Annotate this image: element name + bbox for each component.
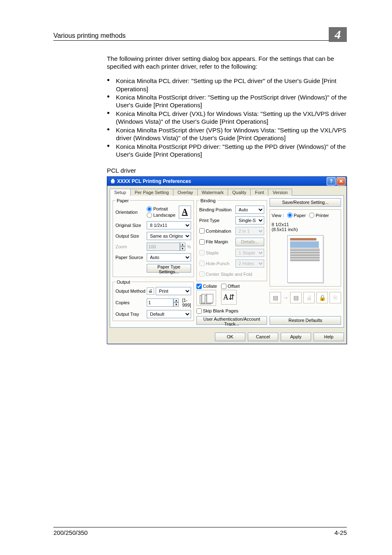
center-staple-label: Center Staple and Fold: [206, 272, 252, 277]
spinner-up-icon[interactable]: ▲: [173, 298, 179, 303]
dialog-button-row: OK Cancel Apply Help: [107, 330, 346, 344]
paper-preview: [272, 234, 339, 284]
bullet-item: Konica Minolta PostScript driver: "Setti…: [107, 93, 347, 109]
file-margin-label: File Margin: [206, 239, 228, 244]
hole-punch-checkbox: Hole-Punch: [199, 261, 235, 266]
restore-defaults-button[interactable]: Restore Defaults: [270, 316, 341, 325]
paper-group: Paper Orientation Portrait Landscape A: [113, 198, 194, 277]
view-panel: View : Paper Printer 8 1/2x11 (8.5x11 in…: [270, 209, 341, 287]
dialog-titlebar: XXXX PCL Printing Preferences ? ✕: [107, 177, 346, 186]
view-size-line1: 8 1/2x11: [272, 222, 339, 227]
staple-checkbox: Staple: [199, 250, 235, 255]
save-restore-setting-button[interactable]: Save/Restore Setting...: [270, 198, 341, 207]
combination-checkbox[interactable]: Combination: [199, 228, 235, 234]
staple-select: 1 Staple: [235, 249, 264, 257]
output-tray-select[interactable]: Default: [147, 310, 191, 318]
combination-select: 2 in 1: [235, 227, 264, 235]
tab-panel-setup: Paper Orientation Portrait Landscape A: [110, 195, 344, 328]
output-size-label: Output Size: [115, 234, 147, 238]
spinner-up-icon: ▲: [180, 243, 185, 247]
combination-label: Combination: [206, 229, 231, 234]
titlebar-help-button[interactable]: ?: [327, 177, 336, 185]
original-size-select[interactable]: 8 1/2x11: [147, 221, 191, 229]
orientation-landscape-radio[interactable]: Landscape: [147, 213, 175, 218]
bullet-item: Konica Minolta PostScript PPD driver: "S…: [107, 143, 347, 159]
skip-blank-label: Skip Blank Pages: [203, 308, 238, 313]
paper-source-label: Paper Source: [115, 255, 147, 260]
hole-punch-select: 2 Holes: [235, 259, 264, 268]
output-method-select[interactable]: Print: [156, 287, 191, 295]
dialog-title: XXXX PCL Printing Preferences: [117, 178, 326, 184]
tab-version[interactable]: Version: [268, 189, 292, 196]
printing-preferences-dialog: XXXX PCL Printing Preferences ? ✕ Setup …: [107, 176, 347, 344]
spinner-down-icon: ▼: [180, 247, 185, 251]
offset-label: Offset: [228, 284, 240, 289]
file-margin-details-button: Details...: [235, 238, 264, 246]
printer-icon: [110, 178, 115, 184]
copies-range: [1-999]: [182, 298, 191, 308]
pages-icon: ▤: [270, 292, 281, 303]
bullet-item: Konica Minolta PCL driver: "Setting up t…: [107, 77, 347, 93]
apply-button[interactable]: Apply: [281, 333, 311, 341]
chapter-number-badge: 4: [329, 27, 347, 42]
binding-position-select[interactable]: Auto: [235, 206, 264, 214]
collate-checkbox[interactable]: Collate: [196, 284, 217, 289]
user-authentication-button[interactable]: User Authentication/Account Track...: [196, 316, 267, 325]
staple-label: Staple: [206, 250, 219, 255]
svg-rect-2: [111, 182, 114, 183]
titlebar-close-button[interactable]: ✕: [337, 177, 346, 185]
tab-font[interactable]: Font: [250, 189, 268, 196]
cancel-button[interactable]: Cancel: [248, 333, 278, 341]
spinner-down-icon[interactable]: ▼: [173, 303, 179, 307]
lead-paragraph: The following printer driver setting dia…: [107, 55, 347, 71]
page-header: Various printing methods 4: [53, 25, 347, 41]
tab-setup[interactable]: Setup: [110, 189, 131, 196]
output-pages-icon: ▤: [290, 292, 302, 303]
view-printer-label: Printer: [316, 213, 329, 218]
print-type-select[interactable]: Single-Sided: [235, 216, 264, 224]
output-method-label: Output Method: [115, 289, 147, 294]
help-button[interactable]: Help: [314, 333, 344, 341]
view-size-line2: (8.5x11 inch): [272, 227, 339, 232]
tab-quality[interactable]: Quality: [228, 189, 251, 196]
landscape-label: Landscape: [153, 213, 175, 217]
paper-legend: Paper: [115, 198, 130, 203]
offset-icon: A⇵: [221, 290, 237, 305]
section-title: Various printing methods: [53, 32, 329, 39]
paper-source-select[interactable]: Auto: [147, 253, 191, 261]
hole-punch-label: Hole-Punch: [206, 261, 229, 266]
tab-per-page-setting[interactable]: Per Page Setting: [130, 189, 173, 196]
status-icon-strip: ▤ → ▤ 🖨 🔒 ⎘: [270, 289, 341, 306]
output-legend: Output: [115, 280, 131, 284]
output-group: Output Output Method 🖨 Print Copies: [113, 280, 194, 321]
print-icon: 🖨: [147, 287, 154, 295]
output-tray-label: Output Tray: [115, 312, 147, 317]
view-printer-radio[interactable]: Printer: [309, 213, 329, 218]
binding-position-label: Binding Position: [199, 207, 235, 212]
zoom-input: [147, 243, 180, 251]
orientation-label: Orientation: [115, 210, 147, 215]
copies-label: Copies: [115, 300, 147, 305]
paper-type-settings-button[interactable]: Paper Type Settings...: [147, 264, 191, 273]
collate-icon: [196, 290, 216, 306]
offset-checkbox[interactable]: Offset: [221, 284, 240, 289]
finishing-icon: ⎘: [330, 292, 341, 303]
orientation-portrait-radio[interactable]: Portrait: [147, 206, 175, 212]
original-size-label: Original Size: [115, 223, 147, 228]
footer-right: 4-25: [334, 529, 347, 536]
skip-blank-pages-checkbox[interactable]: Skip Blank Pages: [196, 308, 267, 314]
page-footer: 200/250/350 4-25: [53, 527, 347, 536]
tab-watermark[interactable]: Watermark: [197, 189, 228, 196]
file-margin-checkbox[interactable]: File Margin: [199, 239, 235, 245]
copies-input[interactable]: [147, 298, 173, 307]
portrait-label: Portrait: [153, 206, 168, 211]
ok-button[interactable]: OK: [215, 333, 245, 341]
orientation-icon: A: [179, 206, 191, 219]
bullet-list: Konica Minolta PCL driver: "Setting up t…: [107, 77, 347, 159]
view-paper-radio[interactable]: Paper: [287, 213, 306, 218]
driver-heading: PCL driver: [107, 167, 347, 174]
collate-label: Collate: [203, 284, 217, 289]
print-type-label: Print Type: [199, 218, 235, 223]
output-size-select[interactable]: Same as Original Size: [147, 232, 191, 240]
tab-overlay[interactable]: Overlay: [173, 189, 198, 196]
